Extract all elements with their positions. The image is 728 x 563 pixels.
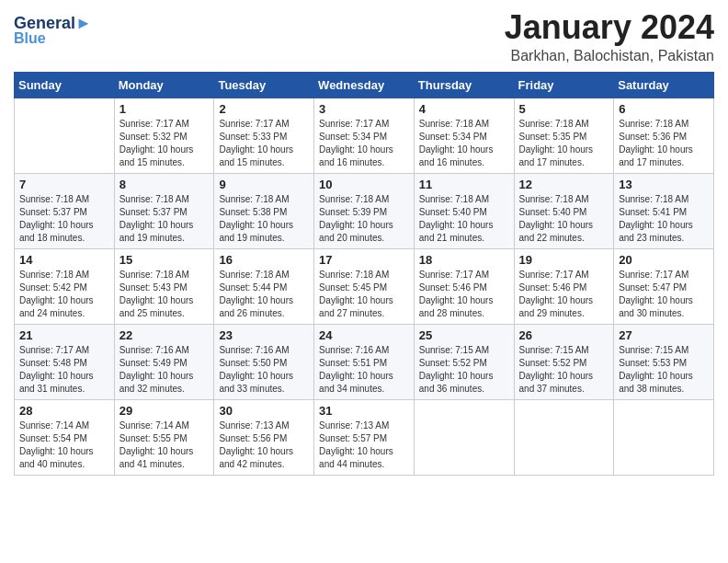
calendar-cell: 26Sunrise: 7:15 AMSunset: 5:52 PMDayligh… — [514, 324, 614, 399]
day-info: Sunrise: 7:17 AMSunset: 5:33 PMDaylight:… — [219, 118, 309, 169]
logo-text-blue: Blue — [14, 31, 46, 46]
calendar-cell: 6Sunrise: 7:18 AMSunset: 5:36 PMDaylight… — [614, 98, 714, 173]
calendar-week-3: 14Sunrise: 7:18 AMSunset: 5:42 PMDayligh… — [15, 248, 714, 324]
calendar-cell: 14Sunrise: 7:18 AMSunset: 5:42 PMDayligh… — [15, 248, 115, 324]
calendar-cell: 9Sunrise: 7:18 AMSunset: 5:38 PMDaylight… — [214, 173, 314, 248]
day-info: Sunrise: 7:16 AMSunset: 5:51 PMDaylight:… — [319, 344, 409, 396]
day-info: Sunrise: 7:18 AMSunset: 5:38 PMDaylight:… — [219, 193, 309, 245]
day-info: Sunrise: 7:18 AMSunset: 5:40 PMDaylight:… — [519, 193, 609, 245]
day-number: 27 — [619, 328, 709, 342]
calendar-cell: 5Sunrise: 7:18 AMSunset: 5:35 PMDaylight… — [514, 98, 614, 173]
calendar-table: Sunday Monday Tuesday Wednesday Thursday… — [14, 72, 714, 476]
day-info: Sunrise: 7:18 AMSunset: 5:34 PMDaylight:… — [419, 118, 509, 169]
calendar-week-2: 7Sunrise: 7:18 AMSunset: 5:37 PMDaylight… — [15, 173, 714, 248]
day-info: Sunrise: 7:18 AMSunset: 5:42 PMDaylight:… — [19, 269, 109, 320]
calendar-cell — [514, 399, 614, 475]
calendar-cell: 28Sunrise: 7:14 AMSunset: 5:54 PMDayligh… — [15, 399, 115, 475]
day-info: Sunrise: 7:17 AMSunset: 5:46 PMDaylight:… — [419, 269, 509, 320]
day-info: Sunrise: 7:14 AMSunset: 5:55 PMDaylight:… — [119, 419, 210, 471]
calendar-cell: 25Sunrise: 7:15 AMSunset: 5:52 PMDayligh… — [414, 324, 514, 399]
day-info: Sunrise: 7:14 AMSunset: 5:54 PMDaylight:… — [19, 419, 109, 471]
calendar-cell: 12Sunrise: 7:18 AMSunset: 5:40 PMDayligh… — [514, 173, 614, 248]
calendar-cell: 13Sunrise: 7:18 AMSunset: 5:41 PMDayligh… — [614, 173, 714, 248]
weekday-header-row: Sunday Monday Tuesday Wednesday Thursday… — [15, 72, 714, 98]
calendar-cell: 23Sunrise: 7:16 AMSunset: 5:50 PMDayligh… — [214, 324, 314, 399]
day-info: Sunrise: 7:15 AMSunset: 5:52 PMDaylight:… — [419, 344, 509, 396]
calendar-cell: 18Sunrise: 7:17 AMSunset: 5:46 PMDayligh… — [414, 248, 514, 324]
day-info: Sunrise: 7:18 AMSunset: 5:43 PMDaylight:… — [119, 269, 210, 320]
calendar-cell: 8Sunrise: 7:18 AMSunset: 5:37 PMDaylight… — [114, 173, 214, 248]
day-number: 2 — [219, 102, 309, 116]
day-info: Sunrise: 7:18 AMSunset: 5:44 PMDaylight:… — [219, 269, 309, 320]
day-number: 18 — [419, 253, 509, 267]
calendar-cell: 7Sunrise: 7:18 AMSunset: 5:37 PMDaylight… — [15, 173, 115, 248]
calendar-cell: 3Sunrise: 7:17 AMSunset: 5:34 PMDaylight… — [314, 98, 415, 173]
calendar-week-1: 1Sunrise: 7:17 AMSunset: 5:32 PMDaylight… — [15, 98, 714, 173]
header-wednesday: Wednesday — [314, 72, 415, 98]
day-info: Sunrise: 7:18 AMSunset: 5:39 PMDaylight:… — [319, 193, 409, 245]
calendar-cell: 11Sunrise: 7:18 AMSunset: 5:40 PMDayligh… — [414, 173, 514, 248]
header-friday: Friday — [514, 72, 614, 98]
calendar-cell: 4Sunrise: 7:18 AMSunset: 5:34 PMDaylight… — [414, 98, 514, 173]
day-number: 21 — [19, 328, 109, 342]
day-number: 9 — [219, 178, 309, 191]
location-title: Barkhan, Balochistan, Pakistan — [505, 48, 714, 64]
day-number: 5 — [519, 102, 609, 116]
header-sunday: Sunday — [15, 72, 115, 98]
day-number: 6 — [619, 102, 709, 116]
day-info: Sunrise: 7:17 AMSunset: 5:32 PMDaylight:… — [119, 118, 210, 169]
calendar-cell: 21Sunrise: 7:17 AMSunset: 5:48 PMDayligh… — [15, 324, 115, 399]
day-number: 26 — [519, 328, 609, 342]
day-info: Sunrise: 7:13 AMSunset: 5:56 PMDaylight:… — [219, 419, 309, 471]
day-info: Sunrise: 7:17 AMSunset: 5:48 PMDaylight:… — [19, 344, 109, 396]
day-number: 8 — [119, 178, 210, 191]
day-number: 31 — [319, 404, 409, 418]
day-info: Sunrise: 7:17 AMSunset: 5:47 PMDaylight:… — [619, 269, 709, 320]
calendar-cell: 19Sunrise: 7:17 AMSunset: 5:46 PMDayligh… — [514, 248, 614, 324]
day-number: 12 — [519, 178, 609, 191]
day-number: 7 — [19, 178, 109, 191]
day-info: Sunrise: 7:13 AMSunset: 5:57 PMDaylight:… — [319, 419, 409, 471]
calendar-cell: 2Sunrise: 7:17 AMSunset: 5:33 PMDaylight… — [214, 98, 314, 173]
calendar-cell: 22Sunrise: 7:16 AMSunset: 5:49 PMDayligh… — [114, 324, 214, 399]
day-info: Sunrise: 7:16 AMSunset: 5:49 PMDaylight:… — [119, 344, 210, 396]
day-number: 1 — [119, 102, 210, 116]
day-info: Sunrise: 7:16 AMSunset: 5:50 PMDaylight:… — [219, 344, 309, 396]
day-info: Sunrise: 7:18 AMSunset: 5:35 PMDaylight:… — [519, 118, 609, 169]
header: General► Blue January 2024 Barkhan, Balo… — [14, 9, 714, 64]
day-number: 3 — [319, 102, 409, 116]
day-number: 11 — [419, 178, 509, 191]
day-info: Sunrise: 7:15 AMSunset: 5:52 PMDaylight:… — [519, 344, 609, 396]
day-number: 25 — [419, 328, 509, 342]
month-title: January 2024 — [505, 9, 714, 46]
calendar-cell: 24Sunrise: 7:16 AMSunset: 5:51 PMDayligh… — [314, 324, 415, 399]
day-number: 19 — [519, 253, 609, 267]
header-monday: Monday — [114, 72, 214, 98]
day-info: Sunrise: 7:18 AMSunset: 5:36 PMDaylight:… — [619, 118, 709, 169]
calendar-cell: 1Sunrise: 7:17 AMSunset: 5:32 PMDaylight… — [114, 98, 214, 173]
title-block: January 2024 Barkhan, Balochistan, Pakis… — [505, 9, 714, 64]
calendar-cell: 10Sunrise: 7:18 AMSunset: 5:39 PMDayligh… — [314, 173, 415, 248]
calendar-cell: 17Sunrise: 7:18 AMSunset: 5:45 PMDayligh… — [314, 248, 415, 324]
day-number: 23 — [219, 328, 309, 342]
day-number: 13 — [619, 178, 709, 191]
day-number: 14 — [19, 253, 109, 267]
calendar-cell: 16Sunrise: 7:18 AMSunset: 5:44 PMDayligh… — [214, 248, 314, 324]
day-number: 30 — [219, 404, 309, 418]
day-number: 22 — [119, 328, 210, 342]
day-info: Sunrise: 7:17 AMSunset: 5:34 PMDaylight:… — [319, 118, 409, 169]
day-number: 17 — [319, 253, 409, 267]
calendar-cell: 30Sunrise: 7:13 AMSunset: 5:56 PMDayligh… — [214, 399, 314, 475]
calendar-cell — [614, 399, 714, 475]
day-info: Sunrise: 7:17 AMSunset: 5:46 PMDaylight:… — [519, 269, 609, 320]
logo-text-general: General► — [14, 15, 92, 31]
calendar-cell: 20Sunrise: 7:17 AMSunset: 5:47 PMDayligh… — [614, 248, 714, 324]
calendar-week-4: 21Sunrise: 7:17 AMSunset: 5:48 PMDayligh… — [15, 324, 714, 399]
day-info: Sunrise: 7:18 AMSunset: 5:40 PMDaylight:… — [419, 193, 509, 245]
header-tuesday: Tuesday — [214, 72, 314, 98]
calendar-week-5: 28Sunrise: 7:14 AMSunset: 5:54 PMDayligh… — [15, 399, 714, 475]
calendar-cell — [15, 98, 115, 173]
day-number: 10 — [319, 178, 409, 191]
calendar-cell: 15Sunrise: 7:18 AMSunset: 5:43 PMDayligh… — [114, 248, 214, 324]
calendar-cell: 31Sunrise: 7:13 AMSunset: 5:57 PMDayligh… — [314, 399, 415, 475]
